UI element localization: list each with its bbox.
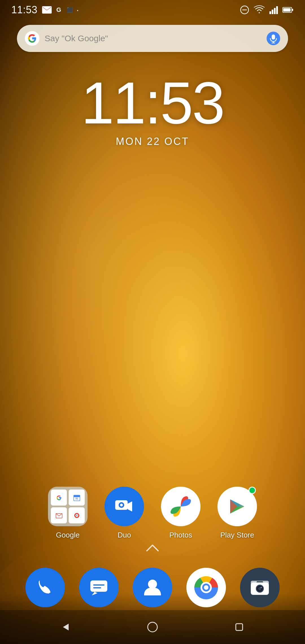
svg-rect-7: [274, 8, 276, 14]
wifi-icon: [254, 5, 265, 15]
chevron-up-icon: [144, 542, 161, 554]
svg-rect-41: [236, 624, 243, 630]
duo-camera-icon: [113, 495, 136, 518]
google-folder-label: Google: [56, 531, 80, 539]
phone-handset-icon: [35, 577, 56, 598]
status-left: 11:53 G ⬛ ·: [11, 4, 79, 16]
status-icons-left: G ⬛ ·: [42, 5, 79, 14]
status-bar: 11:53 G ⬛ ·: [0, 0, 305, 20]
clock-time: 11:53: [0, 73, 305, 133]
folder-mini-gmail-icon: [51, 507, 67, 523]
svg-point-26: [120, 504, 123, 506]
photos-icon: [161, 487, 201, 526]
photos-pinwheel-icon: [168, 494, 193, 519]
search-placeholder: Say "Ok Google": [45, 34, 264, 43]
svg-rect-6: [272, 10, 273, 14]
svg-point-30: [148, 580, 157, 589]
gmail-status-icon: [42, 6, 52, 14]
google-folder-icon: 31: [48, 487, 88, 526]
nav-back-button[interactable]: [56, 617, 76, 637]
svg-rect-5: [269, 11, 271, 14]
svg-point-34: [204, 585, 208, 590]
nav-bar: [0, 610, 305, 644]
svg-rect-27: [90, 580, 107, 592]
messages-icon: [79, 568, 119, 607]
notification-dot: ·: [77, 5, 79, 14]
home-circle-icon: [147, 621, 158, 633]
playstore-label: Play Store: [220, 531, 254, 539]
microphone-icon[interactable]: [267, 32, 280, 45]
status-time: 11:53: [11, 4, 38, 16]
folder-mini-calendar-icon: 31: [69, 489, 85, 506]
battery-icon: [282, 6, 294, 14]
svg-point-40: [148, 622, 157, 632]
app-playstore[interactable]: Play Store: [217, 487, 257, 539]
dock-messages[interactable]: [79, 568, 119, 607]
status-icons-right: [239, 5, 294, 15]
clock-date: MON 22 OCT: [0, 136, 305, 147]
nav-home-button[interactable]: [142, 617, 163, 637]
playstore-triangle-icon: [226, 495, 249, 518]
svg-rect-28: [93, 584, 104, 586]
chrome-logo-icon: [193, 575, 219, 600]
svg-rect-14: [272, 34, 275, 40]
svg-point-39: [261, 587, 262, 588]
folder-mini-extra-icon: [69, 507, 85, 523]
dock-contacts[interactable]: [133, 568, 172, 607]
bottom-dock: [0, 568, 305, 607]
app-google-folder[interactable]: 31 Google: [48, 487, 88, 539]
photos-status-icon: ⬛: [66, 6, 74, 14]
svg-rect-18: [74, 495, 80, 497]
messages-bubble-icon: [88, 576, 110, 599]
mute-icon: [239, 5, 250, 15]
svg-rect-29: [93, 587, 101, 588]
playstore-notification-badge: [249, 487, 256, 494]
google-logo-icon: [25, 31, 40, 46]
contacts-icon: [133, 568, 172, 607]
svg-text:G: G: [56, 6, 61, 13]
duo-icon: [104, 487, 144, 526]
back-triangle-icon: [60, 621, 71, 633]
svg-rect-10: [283, 8, 291, 12]
svg-rect-8: [276, 6, 278, 14]
dock-chrome[interactable]: [186, 568, 226, 607]
camera-icon: [240, 568, 280, 607]
app-duo[interactable]: Duo: [104, 487, 144, 539]
google-status-icon: G: [55, 6, 63, 14]
clock-widget: 11:53 MON 22 OCT: [0, 73, 305, 147]
search-bar[interactable]: Say "Ok Google": [17, 25, 288, 52]
person-icon: [141, 576, 164, 599]
playstore-icon: [217, 487, 257, 526]
duo-label: Duo: [117, 531, 131, 539]
signal-icon: [269, 5, 278, 15]
folder-mini-google-icon: [51, 489, 67, 506]
svg-point-23: [76, 515, 77, 516]
dock-phone[interactable]: [25, 568, 65, 607]
svg-rect-11: [292, 9, 293, 11]
app-photos[interactable]: Photos: [161, 487, 201, 539]
nav-recents-button[interactable]: [229, 617, 249, 637]
swipe-up-indicator[interactable]: [0, 542, 305, 554]
svg-text:⬛: ⬛: [67, 7, 73, 13]
app-grid: 31 Google: [0, 487, 305, 539]
photos-label: Photos: [169, 531, 192, 539]
recents-square-icon: [234, 621, 245, 633]
svg-text:31: 31: [75, 497, 78, 500]
dock-camera[interactable]: [240, 568, 280, 607]
camera-body-icon: [249, 576, 271, 599]
chrome-icon: [186, 568, 226, 607]
phone-icon: [25, 568, 65, 607]
